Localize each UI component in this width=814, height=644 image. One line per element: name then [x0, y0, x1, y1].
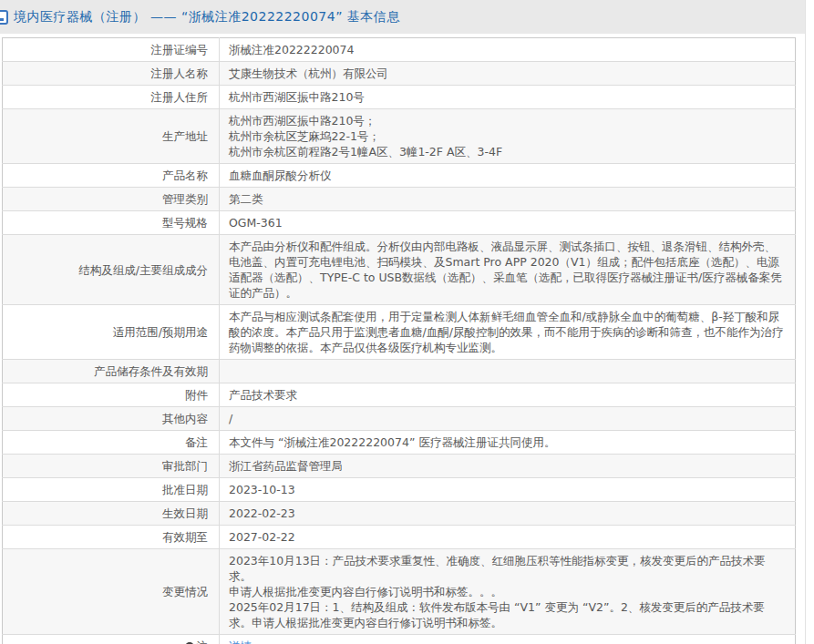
row-label: 产品储存条件及有效期 — [3, 360, 220, 383]
table-row: 注详情 — [3, 635, 796, 644]
row-label: 型号规格 — [3, 211, 220, 235]
value-line: 2025年02月17日：1、结构及组成：软件发布版本号由 “V1” 变更为 “V… — [229, 599, 786, 630]
row-value: 2027-02-22 — [220, 526, 796, 549]
row-label: 注册人住所 — [3, 86, 220, 109]
value-line: 浙械注准20222220074 — [229, 42, 786, 57]
table-row: 有效期至2027-02-22 — [3, 526, 796, 549]
page-container: 境内医疗器械（注册） —— “浙械注准20222220074” 基本信息 注册证… — [0, 0, 806, 644]
row-value: 浙械注准20222220074 — [220, 38, 796, 62]
table-row: 型号规格OGM-361 — [3, 211, 796, 235]
row-label: 适用范围/预期用途 — [3, 305, 220, 360]
table-row: 注册人住所杭州市西湖区振中路210号 — [3, 86, 796, 109]
row-value: 杭州市西湖区振中路210号；杭州市余杭区芝麻坞22-1号；杭州市余杭区前程路2号… — [220, 109, 796, 164]
row-value: 第二类 — [220, 188, 796, 211]
table-row: 备注本文件与 “浙械注准20222220074” 医疗器械注册证共同使用。 — [3, 431, 796, 455]
table-row: 其他内容/ — [3, 407, 796, 431]
table-row: 结构及组成/主要组成成分本产品由分析仪和配件组成。分析仪由内部电路板、液晶显示屏… — [3, 235, 796, 305]
row-label: 生效日期 — [3, 502, 220, 526]
info-table-body: 注册证编号浙械注准20222220074注册人名称艾康生物技术（杭州）有限公司注… — [3, 38, 796, 644]
row-value: 艾康生物技术（杭州）有限公司 — [220, 62, 796, 86]
detail-link[interactable]: 详情 — [229, 639, 252, 644]
row-label: 批准日期 — [3, 478, 220, 502]
row-value: 2023年10月13日：产品技术要求重复性、准确度、红细胞压积等性能指标变更，核… — [220, 549, 796, 635]
row-value: 本产品与相应测试条配套使用，用于定量检测人体新鲜毛细血管全血和/或静脉全血中的葡… — [220, 305, 796, 360]
title-bar: 境内医疗器械（注册） —— “浙械注准20222220074” 基本信息 — [0, 0, 805, 34]
value-line: 2027-02-22 — [229, 529, 786, 545]
row-value: 2023-10-13 — [220, 478, 796, 502]
table-row: 管理类别第二类 — [3, 188, 796, 211]
value-line: 本产品与相应测试条配套使用，用于定量检测人体新鲜毛细血管全血和/或静脉全血中的葡… — [229, 309, 786, 355]
page-title: 境内医疗器械（注册） —— “浙械注准20222220074” 基本信息 — [14, 9, 400, 26]
table-row: 注册证编号浙械注准20222220074 — [3, 38, 796, 62]
value-line: OGM-361 — [229, 215, 786, 230]
value-line: 本文件与 “浙械注准20222220074” 医疗器械注册证共同使用。 — [229, 434, 786, 450]
table-row: 批准日期2023-10-13 — [3, 478, 796, 502]
value-line: 杭州市余杭区芝麻坞22-1号； — [229, 128, 786, 144]
row-label: 其他内容 — [3, 407, 220, 431]
row-label: 审批部门 — [3, 455, 220, 478]
row-value: / — [220, 407, 796, 431]
table-row: 注册人名称艾康生物技术（杭州）有限公司 — [3, 62, 796, 86]
row-label: 产品名称 — [3, 164, 220, 188]
value-line: 申请人根据批准变更内容自行修订说明书和标签。。。 — [229, 584, 786, 599]
row-value: 浙江省药品监督管理局 — [220, 455, 796, 478]
value-line: 杭州市西湖区振中路210号； — [229, 113, 786, 128]
row-label: 生产地址 — [3, 109, 220, 164]
value-line: 2022-02-23 — [229, 506, 786, 521]
row-label: 结构及组成/主要组成成分 — [3, 235, 220, 305]
table-row: 适用范围/预期用途本产品与相应测试条配套使用，用于定量检测人体新鲜毛细血管全血和… — [3, 305, 796, 360]
row-label: 注册人名称 — [3, 62, 220, 86]
row-value: OGM-361 — [220, 211, 796, 235]
row-label: 注 — [3, 635, 220, 644]
value-line: 艾康生物技术（杭州）有限公司 — [229, 66, 786, 81]
row-label: 备注 — [3, 431, 220, 455]
registration-info-table: 注册证编号浙械注准20222220074注册人名称艾康生物技术（杭州）有限公司注… — [2, 37, 796, 644]
value-line: 产品技术要求 — [229, 387, 786, 403]
row-value: 血糖血酮尿酸分析仪 — [220, 164, 796, 188]
row-value — [220, 360, 796, 383]
table-row: 产品储存条件及有效期 — [3, 360, 796, 383]
row-label: 有效期至 — [3, 526, 220, 549]
row-value: 详情 — [220, 635, 796, 644]
value-line: 本产品由分析仪和配件组成。分析仪由内部电路板、液晶显示屏、测试条插口、按钮、退条… — [229, 239, 786, 301]
table-row: 审批部门浙江省药品监督管理局 — [3, 455, 796, 478]
value-line: 第二类 — [229, 191, 786, 207]
row-label: 变更情况 — [3, 549, 220, 635]
table-row: 生产地址杭州市西湖区振中路210号；杭州市余杭区芝麻坞22-1号；杭州市余杭区前… — [3, 109, 796, 164]
table-row: 附件产品技术要求 — [3, 383, 796, 407]
table-row: 产品名称血糖血酮尿酸分析仪 — [3, 164, 796, 188]
row-value: 本文件与 “浙械注准20222220074” 医疗器械注册证共同使用。 — [220, 431, 796, 455]
value-line — [229, 363, 786, 379]
row-label: 管理类别 — [3, 188, 220, 211]
value-line: 杭州市余杭区前程路2号1幢A区、3幢1-2F A区、3-4F — [229, 144, 786, 159]
value-line: / — [229, 411, 786, 426]
row-value: 产品技术要求 — [220, 383, 796, 407]
table-row: 生效日期2022-02-23 — [3, 502, 796, 526]
value-line: 2023年10月13日：产品技术要求重复性、准确度、红细胞压积等性能指标变更，核… — [229, 553, 786, 584]
row-value: 本产品由分析仪和配件组成。分析仪由内部电路板、液晶显示屏、测试条插口、按钮、退条… — [220, 235, 796, 305]
document-icon — [0, 10, 8, 25]
value-line: 血糖血酮尿酸分析仪 — [229, 168, 786, 183]
row-label: 附件 — [3, 383, 220, 407]
row-value: 2022-02-23 — [220, 502, 796, 526]
value-line: 2023-10-13 — [229, 482, 786, 497]
table-row: 变更情况2023年10月13日：产品技术要求重复性、准确度、红细胞压积等性能指标… — [3, 549, 796, 635]
value-line: 杭州市西湖区振中路210号 — [229, 89, 786, 105]
row-value: 杭州市西湖区振中路210号 — [220, 86, 796, 109]
row-label: 注册证编号 — [3, 38, 220, 62]
value-line: 浙江省药品监督管理局 — [229, 458, 786, 474]
